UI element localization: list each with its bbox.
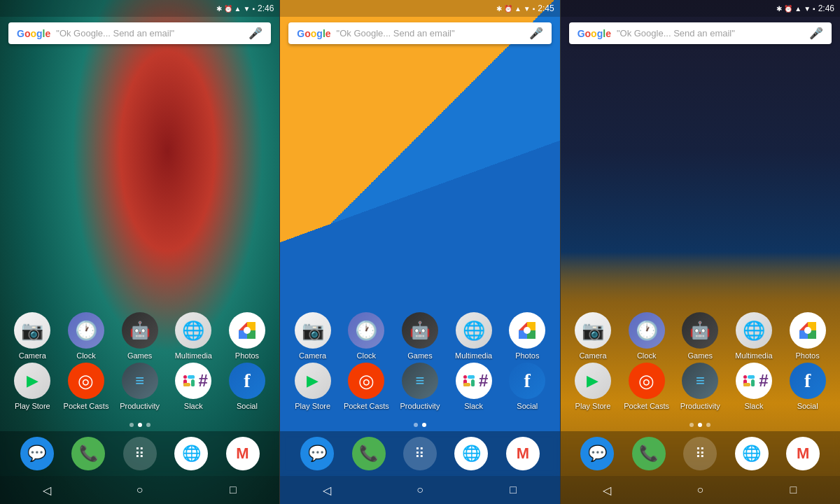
social-label-3: Social <box>797 402 818 410</box>
svg-rect-22 <box>751 375 755 379</box>
app-slack-3[interactable]: Slack <box>730 363 778 410</box>
nav-home-3[interactable]: ○ <box>686 476 714 504</box>
clock-icon-3 <box>629 312 665 349</box>
clock-label-2: Clock <box>357 351 377 360</box>
dock-messages-3[interactable] <box>580 437 614 470</box>
mic-icon-1[interactable]: 🎤 <box>248 27 262 40</box>
nav-home-1[interactable]: ○ <box>126 476 154 504</box>
dot-1-1 <box>130 423 134 427</box>
wifi-icon: ▼ <box>244 5 251 13</box>
games-icon-3 <box>682 312 718 349</box>
page-dots-1 <box>0 419 279 431</box>
app-playstore-2[interactable]: Play Store <box>289 363 337 410</box>
svg-rect-2 <box>183 375 187 379</box>
app-playstore-3[interactable]: Play Store <box>569 363 617 410</box>
app-productivity-2[interactable]: Productivity <box>396 363 444 410</box>
games-label-1: Games <box>127 351 152 360</box>
photos-icon-2 <box>509 312 545 349</box>
dock-messages-1[interactable] <box>20 437 54 470</box>
search-bar-2[interactable]: Google "Ok Google... Send an email" 🎤 <box>288 22 551 44</box>
app-clock-2[interactable]: Clock <box>342 312 390 360</box>
app-productivity-1[interactable]: Productivity <box>116 363 164 410</box>
playstore-icon-3 <box>575 363 611 399</box>
dock-gmail-1[interactable] <box>226 437 260 470</box>
dock-phone-3[interactable] <box>632 437 666 470</box>
slack-icon-3 <box>736 363 772 399</box>
app-social-2[interactable]: Social <box>503 363 551 410</box>
app-camera-2[interactable]: Camera <box>289 312 337 360</box>
app-games-2[interactable]: Games <box>396 312 444 360</box>
nav-recents-2[interactable]: □ <box>499 476 527 504</box>
dock-chrome-2[interactable] <box>454 437 488 470</box>
photos-svg-2 <box>516 319 538 342</box>
app-row-1-1: Camera Clock Games Multimedia <box>6 312 274 360</box>
social-icon-3 <box>790 363 826 399</box>
app-row-3-2: Play Store Pocket Casts Productivity <box>566 363 834 410</box>
photos-label-2: Photos <box>515 351 539 360</box>
dot-3-2 <box>698 423 702 427</box>
dock-phone-1[interactable] <box>71 437 105 470</box>
dock-apps-3[interactable] <box>683 437 717 470</box>
nav-home-2[interactable]: ○ <box>406 476 434 504</box>
mic-icon-2[interactable]: 🎤 <box>529 27 543 40</box>
app-clock-3[interactable]: Clock <box>623 312 671 360</box>
nav-bar-2: ◁ ○ □ <box>280 476 559 504</box>
nav-back-2[interactable]: ◁ <box>313 476 341 504</box>
dock-phone-2[interactable] <box>352 437 386 470</box>
app-pocketcasts-3[interactable]: Pocket Casts <box>623 363 671 410</box>
photos-svg-1 <box>236 319 258 342</box>
app-games-3[interactable]: Games <box>676 312 724 360</box>
app-camera-3[interactable]: Camera <box>569 312 617 360</box>
nav-recents-3[interactable]: □ <box>779 476 807 504</box>
app-multimedia-1[interactable]: Multimedia <box>169 312 217 360</box>
app-pocketcasts-2[interactable]: Pocket Casts <box>342 363 390 410</box>
svg-rect-8 <box>183 383 187 386</box>
dock-gmail-3[interactable] <box>786 437 820 470</box>
mic-icon-3[interactable]: 🎤 <box>809 27 823 40</box>
app-clock-1[interactable]: Clock <box>62 312 110 360</box>
battery-icon-3: ▪ <box>813 5 816 13</box>
playstore-label-3: Play Store <box>575 402 611 410</box>
dock-gmail-2[interactable] <box>506 437 540 470</box>
multimedia-label-1: Multimedia <box>175 351 212 360</box>
nav-back-1[interactable]: ◁ <box>33 476 61 504</box>
app-camera-1[interactable]: Camera <box>8 312 56 360</box>
status-time-3: 2:46 <box>818 4 834 13</box>
dot-2-2 <box>422 423 426 427</box>
dock-chrome-3[interactable] <box>735 437 769 470</box>
app-social-1[interactable]: Social <box>223 363 271 410</box>
app-photos-2[interactable]: Photos <box>503 312 551 360</box>
slack-label-1: Slack <box>184 402 203 410</box>
search-bar-1[interactable]: Google "Ok Google... Send an email" 🎤 <box>8 22 271 44</box>
app-social-3[interactable]: Social <box>784 363 832 410</box>
app-photos-1[interactable]: Photos <box>223 312 271 360</box>
dot-1-3 <box>146 423 150 427</box>
productivity-label-1: Productivity <box>120 402 160 410</box>
search-bar-3[interactable]: Google "Ok Google... Send an email" 🎤 <box>569 22 832 44</box>
app-multimedia-2[interactable]: Multimedia <box>450 312 498 360</box>
app-playstore-1[interactable]: Play Store <box>8 363 56 410</box>
productivity-label-3: Productivity <box>680 402 720 410</box>
nav-recents-1[interactable]: □ <box>219 476 247 504</box>
bluetooth-icon-3: ✱ <box>776 5 782 13</box>
app-productivity-3[interactable]: Productivity <box>676 363 724 410</box>
app-pocketcasts-1[interactable]: Pocket Casts <box>62 363 110 410</box>
wifi-icon-3: ▼ <box>804 5 811 13</box>
dock-apps-2[interactable] <box>403 437 437 470</box>
camera-icon-2 <box>295 312 331 349</box>
alarm-icon-2: ⏰ <box>504 5 512 13</box>
dock-messages-2[interactable] <box>300 437 334 470</box>
app-games-1[interactable]: Games <box>116 312 164 360</box>
svg-rect-15 <box>471 383 475 386</box>
app-slack-2[interactable]: Slack <box>450 363 498 410</box>
multimedia-icon-3 <box>736 312 772 349</box>
app-slack-1[interactable]: Slack <box>169 363 217 410</box>
social-label-1: Social <box>237 402 258 410</box>
dock-chrome-1[interactable] <box>174 437 208 470</box>
app-photos-3[interactable]: Photos <box>784 312 832 360</box>
page-dots-2 <box>280 419 559 431</box>
app-row-2-2: Play Store Pocket Casts Productivity <box>286 363 554 410</box>
app-multimedia-3[interactable]: Multimedia <box>730 312 778 360</box>
nav-back-3[interactable]: ◁ <box>593 476 621 504</box>
dock-apps-1[interactable] <box>123 437 157 470</box>
